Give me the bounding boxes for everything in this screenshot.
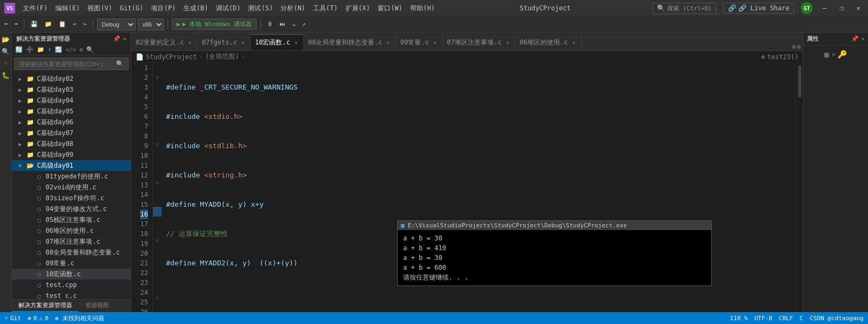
tabs-scroll-left-icon[interactable]: ≡ [792,43,796,50]
tree-item-day03[interactable]: ▶ 📁 C基础day03 [12,84,131,95]
tab-02bianliang[interactable]: 02变量的定义.c ✕ [131,34,197,50]
tree-item-stack-note[interactable]: ○ 05栈区注意事项.c [12,214,131,225]
tree-item-test-c[interactable]: ○ test_c.c [12,290,131,299]
tree-item-advanced-day01[interactable]: ▼ 📂 C高级day01 [12,160,131,171]
menu-debug[interactable]: 调试(D) [213,3,244,14]
gutter-line-9[interactable]: ⊟ [153,139,162,149]
tab-close-icon[interactable]: ✕ [240,39,246,46]
menu-edit[interactable]: 编辑(E) [52,3,84,14]
step-out-button[interactable]: ↗ [300,20,308,29]
tree-item-global-static[interactable]: ○ 08全局变量和静态变量.c [12,247,131,258]
refresh-icon[interactable]: 🔃 [54,46,63,54]
tree-item-typedef[interactable]: ○ 01typedef的使用.c [12,171,131,182]
menu-project[interactable]: 项目(P) [148,3,179,14]
nav-back-button[interactable]: ⬅ [2,20,10,29]
menu-build[interactable]: 生成(B) [180,3,212,14]
properties-icon-2[interactable]: ⚡ [831,50,835,59]
search-submit-icon[interactable]: 🔍 [116,60,124,67]
menu-view[interactable]: 视图(V) [84,3,116,14]
save-all-button[interactable]: 📋 [56,20,68,29]
breadcrumb-project[interactable]: StudyCProject [146,53,197,61]
add-icon[interactable]: ➕ [25,46,35,54]
tree-item-day04[interactable]: ▶ 📁 C基础day04 [12,95,131,106]
editor-scrollbar[interactable] [795,63,803,312]
close-button[interactable]: ✕ [853,3,864,13]
properties-icon-1[interactable]: ▦ [825,50,829,59]
gutter-line-19[interactable]: ⊟ [153,236,162,245]
tab-10macro[interactable]: 10宏函数.c ✕ [251,34,304,50]
platform-select[interactable]: x86 x64 [138,18,164,30]
explorer-icon[interactable]: 📂 [1,35,11,45]
restore-button[interactable]: ❐ [837,3,847,13]
tabs-menu-icon[interactable]: ⚙ [797,43,801,50]
debug-activity-icon[interactable]: 🐛 [1,71,11,80]
tree-item-heap-note[interactable]: ○ 07堆区注意事项.c [12,236,131,247]
menu-git[interactable]: Git(G) [117,3,146,13]
config-select[interactable]: Debug Release [97,18,136,30]
resource-view-tab[interactable]: 资源视图 [79,300,116,312]
encoding-status[interactable]: UTF-8 [754,315,772,322]
line-ending-status[interactable]: CRLF [779,315,794,322]
tab-close-icon[interactable]: ✕ [571,39,577,46]
tree-item-day05[interactable]: ▶ 📁 C基础day05 [12,106,131,117]
undo-button[interactable]: ↩ [71,20,79,29]
tab-08global[interactable]: 08全局变量和静态变量.c ✕ [304,34,396,50]
tab-close-icon[interactable]: ✕ [187,39,193,46]
close-sidebar-icon[interactable]: ✕ [123,35,126,42]
filter-icon[interactable]: 🔍 [85,46,95,54]
tree-item-sizeof[interactable]: ○ 03sizeof操作符.c [12,193,131,204]
menu-file[interactable]: 文件(F) [20,3,51,14]
tab-close-icon[interactable]: ✕ [386,39,391,46]
gutter-line-25[interactable]: ⊟ [153,293,162,303]
save-button[interactable]: 💾 [28,20,40,29]
run-debug-button[interactable]: ▶ ▶ 本地 Windows 调试器 [172,18,257,30]
sync-icon[interactable]: 🔄 [14,46,24,54]
nav-forward-button[interactable]: ➡ [12,20,21,29]
settings-icon[interactable]: ⚙ [79,46,85,54]
tree-item-macro[interactable]: ○ 10宏函数.c [12,269,131,279]
menu-extensions[interactable]: 扩展(X) [342,3,374,14]
menu-tools[interactable]: 工具(T) [310,3,341,14]
tree-item-day06[interactable]: ▶ 📁 C基础day06 [12,117,131,128]
menu-test[interactable]: 测试(S) [245,3,276,14]
folder-icon-btn[interactable]: 📁 [36,46,46,54]
menu-analyze[interactable]: 分析(N) [277,3,309,14]
scrollbar-thumb[interactable] [798,65,801,98]
tab-06heap[interactable]: 06堆区的使用.c ✕ [515,34,582,50]
menu-window[interactable]: 窗口(W) [374,3,406,14]
source-control-status[interactable]: ⑂ Git [4,315,21,322]
collapse-all-icon[interactable]: ⬆ [47,46,53,54]
properties-icon-3[interactable]: 🔑 [838,50,847,59]
tab-09constant[interactable]: 09常量.c ✕ [396,34,443,50]
tree-item-day08[interactable]: ▶ 📁 C基础day08 [12,138,131,149]
tree-item-day09[interactable]: ▶ 📁 C基础day09 [12,149,131,160]
breadcrumb-scope[interactable]: (全局范围) [205,52,239,61]
language-status[interactable]: C [800,315,803,322]
problems-status[interactable]: ⊗ 未找到相关问题 [55,314,104,322]
redo-button[interactable]: ↪ [81,20,89,29]
tab-07heap-note[interactable]: 07堆区注意事项.c ✕ [443,34,515,50]
step-into-button[interactable]: ↘ [290,20,298,29]
sidebar-search-input[interactable] [19,61,116,67]
search-activity-icon[interactable]: 🔍 [1,47,11,56]
errors-status[interactable]: ⊗ 0 ⚠ 0 [28,315,49,322]
tab-close-icon[interactable]: ✕ [505,39,510,46]
menu-help[interactable]: 帮助(H) [407,3,438,14]
gutter-line-13[interactable]: ⊟ [153,178,162,188]
pin-icon[interactable]: 📌 [113,35,120,42]
solution-explorer-tab[interactable]: 解决方案资源管理器 [12,300,79,312]
minimize-button[interactable]: — [819,3,829,13]
git-icon[interactable]: ⑂ [1,59,11,68]
breakpoint-button[interactable]: ⏸ [265,20,275,29]
search-box-header[interactable]: 🔍 搜索 (Ctrl+Q) [652,3,717,14]
tab-07fgets[interactable]: 07fgets.c ✕ [197,34,251,50]
pin-icon[interactable]: 📌 [851,35,859,42]
tab-close-icon[interactable]: ✕ [293,39,299,46]
step-over-button[interactable]: ⏭ [277,20,288,29]
tab-close-icon[interactable]: ✕ [432,39,438,46]
tree-item-constant[interactable]: ○ 09常量.c [12,258,131,269]
tree-item-heap[interactable]: ○ 06堆区的使用.c [12,225,131,236]
user-avatar[interactable]: GT [801,2,813,14]
breadcrumb-dropdown[interactable]: ⊕ test23() [761,53,799,61]
code-icon[interactable]: </> [65,46,78,54]
